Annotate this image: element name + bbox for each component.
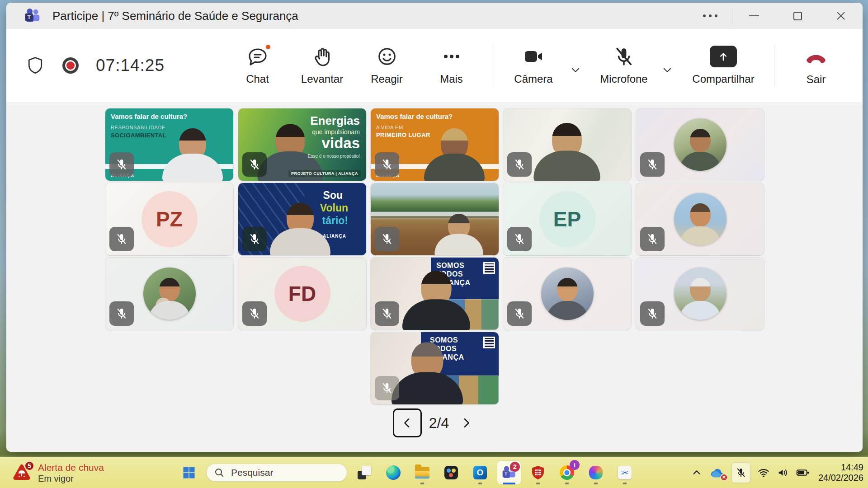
smiley-icon	[376, 46, 398, 67]
tile-overlay-text: Volun	[320, 202, 348, 214]
mic-muted-badge	[507, 301, 532, 326]
avatar-initials: FD	[274, 266, 330, 322]
participant-tile[interactable]: PZ	[105, 183, 233, 255]
mic-muted-badge	[375, 301, 399, 326]
tile-overlay-text: PRIMEIRO LUGAR	[376, 131, 430, 138]
qr-code	[483, 262, 495, 274]
microphone-options-chevron[interactable]	[661, 64, 673, 76]
task-view-icon	[358, 466, 371, 479]
taskbar-item-edge[interactable]	[382, 461, 405, 484]
participant-tile[interactable]	[636, 108, 764, 181]
chat-button[interactable]: Chat	[225, 29, 290, 102]
meeting-timer: 07:14:25	[96, 56, 165, 75]
taskbar-clock[interactable]: 14:49 24/02/2026	[818, 462, 863, 483]
participant-tile[interactable]: Vamos falar de cultura? A VIDA EM PRIMEI…	[371, 108, 499, 181]
media-app-icon	[444, 466, 458, 479]
snipping-tool-icon	[618, 466, 632, 479]
raise-hand-icon	[311, 46, 333, 67]
mic-muted-badge	[242, 301, 267, 326]
chevron-right-icon	[459, 416, 473, 430]
search-placeholder: Pesquisar	[231, 467, 273, 478]
qr-code	[483, 337, 495, 348]
previous-page-button[interactable]	[393, 408, 422, 437]
onedrive-tray-icon[interactable]: ✕	[709, 467, 725, 479]
tray-expand-button[interactable]	[691, 467, 703, 479]
window-minimize-button[interactable]	[732, 3, 776, 29]
participant-tile[interactable]: Energias que impulsionam vidas Esse é o …	[238, 108, 366, 181]
window-maximize-button[interactable]	[776, 3, 819, 29]
participant-tile[interactable]: SOMOSTODOSALIANÇA	[371, 332, 499, 404]
participant-video	[432, 209, 486, 255]
taskbar-item-copilot[interactable]	[584, 461, 608, 484]
start-button[interactable]	[177, 461, 201, 484]
windows-taskbar: 5 Alerta de chuva Em vigor Pesquisar O T…	[0, 457, 868, 488]
active-indicator	[503, 483, 515, 484]
participant-tile[interactable]	[105, 258, 233, 330]
running-indicator	[565, 483, 569, 484]
taskbar-item-snipping-tool[interactable]	[613, 461, 637, 484]
next-page-button[interactable]	[456, 408, 476, 437]
teams-app-icon: T	[24, 8, 41, 24]
mic-muted-badge	[109, 227, 134, 251]
taskbar-item-chrome[interactable]: i	[555, 461, 579, 484]
alert-count-badge: 5	[24, 461, 34, 471]
tile-overlay-text: Vamos falar de cultura?	[111, 113, 187, 120]
avatar	[674, 267, 726, 320]
mic-muted-icon	[736, 467, 746, 478]
file-explorer-icon	[415, 467, 429, 479]
battery-tray-icon[interactable]	[796, 466, 810, 479]
more-button[interactable]: Mais	[419, 29, 484, 102]
outlook-icon: O	[473, 466, 487, 479]
security-shield-icon	[531, 465, 545, 480]
microphone-button[interactable]: Microfone	[593, 29, 655, 102]
tile-overlay-text: Energias	[310, 114, 360, 128]
tile-overlay-text: vidas	[322, 135, 360, 152]
participant-tile[interactable]: EP	[503, 183, 631, 255]
participant-video	[420, 123, 488, 181]
participant-tile[interactable]	[636, 258, 764, 330]
avatar	[674, 193, 726, 245]
avatar	[674, 118, 726, 171]
react-button[interactable]: Reagir	[354, 29, 419, 102]
taskbar-item-security[interactable]	[526, 461, 550, 484]
leave-button[interactable]: Sair	[787, 29, 845, 102]
clock-time: 14:49	[841, 462, 863, 473]
volume-tray-icon[interactable]	[777, 466, 789, 479]
chat-notification-dot	[265, 44, 271, 50]
taskbar-item-file-explorer[interactable]	[410, 461, 434, 484]
teams-notification-badge: 2	[510, 462, 520, 472]
meeting-toolbar: 07:14:25 Chat Levantar Reagir Mais Câmer…	[6, 29, 863, 102]
taskbar-item-media-app[interactable]	[439, 461, 463, 484]
taskbar-item-teams[interactable]: T 2	[497, 461, 521, 484]
weather-alert-widget[interactable]: 5 Alerta de chuva Em vigor	[6, 457, 108, 488]
wifi-tray-icon[interactable]	[757, 466, 770, 479]
participant-tile[interactable]	[636, 183, 764, 255]
task-view-button[interactable]	[353, 461, 376, 484]
participant-tile[interactable]	[371, 183, 499, 255]
participant-tile[interactable]: FD	[238, 258, 366, 330]
close-icon	[835, 10, 847, 22]
participant-tile[interactable]	[503, 258, 631, 330]
running-indicator	[594, 483, 598, 484]
alert-title: Alerta de chuva	[38, 462, 104, 473]
mic-muted-badge	[507, 152, 532, 177]
participant-tile[interactable]: Vamos falar de cultura? RESPONSABILIDADE…	[105, 108, 233, 181]
taskbar-item-outlook[interactable]: O	[468, 461, 492, 484]
participant-tile[interactable]	[503, 108, 631, 181]
raise-hand-button[interactable]: Levantar	[290, 29, 354, 102]
tray-mic-muted-button[interactable]	[731, 462, 750, 483]
window-close-button[interactable]	[819, 3, 863, 29]
mic-muted-badge	[375, 227, 399, 251]
chevron-up-icon	[691, 467, 703, 479]
share-button[interactable]: Compartilhar	[687, 29, 760, 102]
camera-button[interactable]: Câmera	[503, 29, 564, 102]
participant-tile[interactable]: SOMOSTODOSALIANÇA	[371, 258, 499, 330]
window-more-options-button[interactable]	[689, 3, 732, 29]
toolbar-divider	[492, 45, 492, 87]
chevron-left-icon	[401, 416, 414, 430]
participant-tile[interactable]: Sou Volun tário! ALIANÇA	[238, 183, 366, 255]
mic-muted-badge	[375, 376, 399, 400]
camera-options-chevron[interactable]	[570, 64, 581, 76]
search-input[interactable]: Pesquisar	[206, 464, 347, 482]
teams-meeting-window: T Participe | 7º Seminário de Saúde e Se…	[6, 3, 863, 452]
